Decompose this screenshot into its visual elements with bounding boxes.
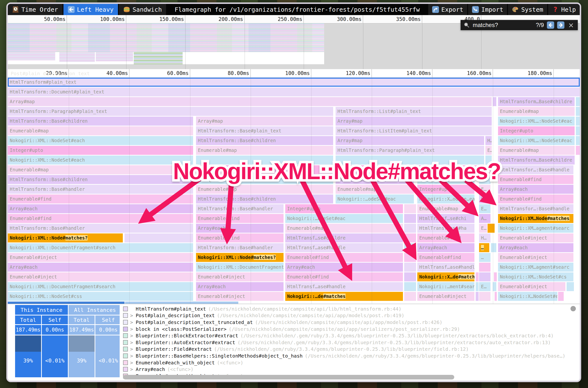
export-button[interactable]: Export: [428, 4, 467, 15]
close-icon[interactable]: ×: [567, 21, 575, 29]
flame-frame[interactable]: Enumerable#inject: [8, 253, 193, 262]
stack-list-item[interactable]: >Enumerable#each_with_object(<cfunc>): [123, 359, 570, 366]
search-input[interactable]: matches?: [473, 22, 533, 28]
tab-left-heavy[interactable]: Left Heavy: [64, 4, 118, 15]
flame-frame[interactable]: Nokogiri::XML::NodeSet#each: [196, 175, 333, 184]
flame-frame[interactable]: E…: [479, 282, 490, 291]
flame-frame[interactable]: [404, 233, 416, 242]
flame-frame[interactable]: Enumerable#find: [498, 194, 573, 203]
stack-list-item[interactable]: >Blueprinter::AutoExtractor#extract(/Use…: [123, 339, 570, 346]
minimap[interactable]: [8, 23, 580, 69]
flame-frame[interactable]: Integer#upto: [498, 126, 575, 135]
vertical-scroll-thumb[interactable]: [570, 306, 576, 311]
flame-frame[interactable]: E…: [485, 146, 492, 155]
flame-frame[interactable]: [576, 107, 580, 116]
search-prev-button[interactable]: [547, 22, 554, 29]
flame-frame[interactable]: Nokogiri::X…odeSe…eac: [417, 194, 475, 203]
flame-frame[interactable]: [566, 282, 574, 291]
flame-frame[interactable]: [558, 292, 564, 301]
flame-frame[interactable]: E…: [479, 204, 490, 213]
flame-frame[interactable]: Nokogiri::XM…Node#matches: [498, 214, 573, 223]
flame-frame[interactable]: HtmlTransfor…:Base#handle: [498, 204, 573, 213]
flame-frame[interactable]: [196, 156, 333, 165]
flame-frame[interactable]: Array#map: [196, 117, 333, 126]
flame-frame[interactable]: Array#each: [498, 243, 573, 252]
flame-frame[interactable]: H…: [479, 233, 490, 242]
flame-frame[interactable]: Enumerable#find: [8, 194, 193, 203]
flame-frame[interactable]: Nokogiri::XML::NodeSet#each: [8, 156, 193, 165]
flame-frame[interactable]: [336, 156, 484, 165]
flame-frame[interactable]: Enumerable#find: [417, 253, 475, 262]
flame-frame[interactable]: Nokogiri::…odeSet#eac: [285, 214, 403, 223]
flame-frame[interactable]: [125, 233, 193, 242]
flame-frame[interactable]: [479, 292, 490, 301]
flame-frame[interactable]: Nokogiri::X…de#matches: [417, 272, 475, 281]
flame-frame[interactable]: Enumerable#find: [8, 214, 193, 223]
flame-frame[interactable]: Enumerable#find: [498, 175, 573, 184]
flame-frame[interactable]: Enumerable#find: [285, 253, 403, 262]
flame-frame[interactable]: Nokogiri::XML::Node#matches?: [8, 233, 123, 242]
flame-frame[interactable]: HtmlTransform::Paragraph#plain_text: [336, 146, 484, 155]
stack-list-item[interactable]: >Blueprinter::BlockExtractor#extract(/Us…: [123, 332, 570, 339]
flame-frame[interactable]: [404, 272, 416, 281]
flame-frame[interactable]: HtmlTransf…se#childre: [285, 233, 403, 242]
flame-frame[interactable]: E…: [479, 185, 490, 194]
flame-frame[interactable]: N…: [479, 175, 490, 184]
flame-frame[interactable]: HtmlTransform…Base#childre: [498, 97, 575, 106]
help-button[interactable]: ?Help: [548, 4, 580, 15]
stack-list-item[interactable]: >Blueprinter::BaseHelpers::SingletonMeth…: [123, 352, 570, 359]
flame-frame[interactable]: [576, 97, 580, 106]
flame-frame[interactable]: HtmlTransfor…:Base#handle: [498, 165, 573, 174]
flame-frame[interactable]: Enumerable#map: [285, 224, 403, 233]
flame-frame[interactable]: HtmlTransf…ase#handle: [285, 243, 403, 252]
flame-frame[interactable]: Array#each: [285, 263, 403, 272]
flame-frame[interactable]: HtmlTransform::Document#plain_text: [8, 87, 580, 97]
flame-frame[interactable]: [336, 165, 484, 174]
flame-frame[interactable]: HtmlTransf…ase#handle: [285, 282, 403, 291]
flame-frame[interactable]: [493, 97, 496, 106]
flame-frame[interactable]: Enumerable#find: [417, 233, 475, 242]
flame-frame[interactable]: HtmlTransf…se#childre: [336, 175, 414, 184]
flame-frame[interactable]: HtmlTransform::Base#plain_text: [196, 126, 333, 135]
flame-frame[interactable]: [476, 292, 479, 301]
flame-frame[interactable]: HtmlTransform::Base#handler: [8, 185, 193, 194]
flame-frame[interactable]: [404, 204, 416, 213]
flame-frame[interactable]: HtmlTransf…se#chi: [417, 214, 475, 223]
flame-frame[interactable]: HtmlTransform::List#plain_text: [336, 107, 492, 116]
import-button[interactable]: Import: [468, 4, 507, 15]
flame-frame[interactable]: [404, 243, 416, 252]
tab-sandwich[interactable]: Sandwich: [119, 4, 166, 15]
flame-frame[interactable]: Nokogiri::XML…:NodeSet#eac: [498, 117, 575, 126]
search-next-button[interactable]: [557, 22, 565, 29]
flame-frame[interactable]: Enumerable#map: [498, 107, 575, 116]
flame-frame[interactable]: Enumerable#map: [336, 185, 414, 194]
stack-list-item[interactable]: >Array#each(<cfunc>): [123, 366, 570, 373]
flame-frame[interactable]: [576, 136, 580, 145]
stack-list[interactable]: HtmlTransform#plain_text(/Users/nickhold…: [120, 304, 580, 381]
flame-frame[interactable]: [495, 292, 497, 301]
flame-frame[interactable]: Nokogiri::XML::DocumentFragment#search: [196, 263, 283, 272]
flame-frame[interactable]: [488, 224, 494, 233]
flame-frame[interactable]: [493, 282, 496, 291]
flame-frame[interactable]: [404, 282, 416, 291]
flame-frame[interactable]: [576, 117, 580, 126]
flame-frame[interactable]: [479, 272, 490, 281]
search-box[interactable]: matches? ?/9 ×: [460, 20, 578, 30]
horizontal-scrollbar[interactable]: [123, 375, 454, 380]
flame-frame[interactable]: Enumerable#map: [498, 146, 575, 155]
stack-list-item[interactable]: >block in <class:PostSerializer>(/Users/…: [123, 326, 570, 333]
flame-frame[interactable]: [476, 282, 479, 291]
flame-frame[interactable]: Enumerable#inject: [498, 233, 573, 242]
flame-frame[interactable]: Array#each: [196, 224, 283, 233]
flame-frame[interactable]: [404, 214, 416, 223]
flame-frame[interactable]: HtmlTransform…Base#childre: [498, 156, 575, 165]
flame-frame[interactable]: Enumerable#map: [8, 126, 193, 135]
flame-frame[interactable]: HtmlTransf…ase#handle: [417, 263, 475, 272]
flame-frame[interactable]: [404, 253, 416, 262]
stack-list-item[interactable]: >Post#plain_description_text_truncated_a…: [123, 319, 570, 326]
flame-frame[interactable]: Nokogiri::XML::NodeSet#each: [8, 136, 193, 145]
flame-frame[interactable]: Enumerable#map: [196, 146, 333, 155]
flame-frame[interactable]: Nokogiri::X…odeSet#eac: [417, 175, 475, 184]
flamegraph[interactable]: HtmlTransform#plain_textHtmlTransform::D…: [8, 78, 580, 304]
flame-frame[interactable]: [576, 126, 580, 135]
